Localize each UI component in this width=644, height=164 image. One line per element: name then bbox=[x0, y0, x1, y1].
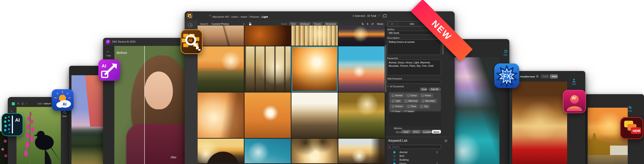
keyword-search-input[interactable] bbox=[392, 145, 439, 149]
sort-icon[interactable]: ⇅ bbox=[361, 22, 364, 26]
edit-person-icon[interactable] bbox=[572, 78, 576, 82]
grid-photo-r2c4[interactable] bbox=[338, 46, 384, 92]
right-tool-rail: View bbox=[61, 107, 69, 164]
keyword-search-box bbox=[387, 145, 441, 149]
grid-photo-r4c1[interactable] bbox=[198, 139, 244, 163]
grid-photo-r4c2[interactable] bbox=[244, 139, 291, 163]
keyword-selected-dot[interactable] bbox=[393, 151, 396, 153]
grid-photo-r3c2[interactable] bbox=[244, 93, 291, 138]
keyword-dot[interactable] bbox=[393, 155, 396, 157]
grid-photo-r3c1[interactable] bbox=[198, 93, 244, 138]
grid-photo-r2c3-selected[interactable] bbox=[292, 46, 338, 92]
caret-down-icon[interactable]: ∨ bbox=[243, 23, 245, 25]
keyword-dot[interactable] bbox=[393, 159, 396, 161]
ai-chip[interactable]: ↑Animal bbox=[390, 94, 404, 98]
unlock-icon[interactable] bbox=[249, 22, 252, 26]
source-dropdown[interactable]: Current Photos bbox=[212, 23, 229, 25]
delete-button[interactable]: Delete bbox=[541, 74, 549, 78]
grid-photo-r2c2[interactable] bbox=[244, 46, 291, 92]
undo-icon[interactable]: ↺ bbox=[371, 22, 374, 26]
sky-swap-ai-icon[interactable]: AI bbox=[52, 89, 74, 111]
add-keyword-field[interactable] bbox=[387, 80, 441, 84]
breadcrumb-segment[interactable]: Users bbox=[231, 15, 238, 18]
cliff-photo[interactable] bbox=[454, 57, 500, 164]
show-iptc-button[interactable]: IPTC bbox=[412, 130, 421, 133]
description-field[interactable]: Riding horses at sunset bbox=[387, 39, 441, 55]
gear-icon[interactable] bbox=[536, 75, 539, 78]
svg-text:AI: AI bbox=[102, 63, 106, 68]
grid-photo-r2c1[interactable] bbox=[198, 46, 244, 92]
keyword-list-row[interactable]: Bird bbox=[387, 154, 441, 158]
bird-photo[interactable] bbox=[16, 107, 61, 164]
grid-photo-r4c4[interactable] bbox=[338, 139, 384, 163]
grid-photo-r3c4[interactable] bbox=[338, 93, 384, 138]
sort-dropdown[interactable]: None bbox=[377, 23, 383, 25]
keyword-list-title: Keyword List bbox=[388, 139, 407, 142]
next-photo-chevron-icon[interactable]: › bbox=[378, 14, 380, 17]
effects-fx-icon[interactable]: FX bbox=[494, 63, 519, 88]
portrait-ai-icon[interactable]: AI bbox=[563, 90, 586, 113]
ai-chip[interactable]: ↑Person bbox=[390, 104, 405, 108]
mask-tool-icon[interactable]: ☰ bbox=[22, 102, 24, 105]
enhance-sparkle-icon[interactable]: ✦ bbox=[366, 22, 369, 26]
keywords-field[interactable]: Animal, Grass, Horse, Light, Mammal, Mou… bbox=[387, 60, 441, 75]
ai-chip[interactable]: ↑Sky bbox=[419, 104, 430, 108]
ai-chip[interactable]: ↑Grass bbox=[405, 94, 419, 98]
show-label: Show bbox=[396, 131, 402, 133]
show-location-button[interactable]: Location bbox=[422, 130, 431, 133]
edit-merge-icon[interactable] bbox=[629, 106, 632, 109]
keyword-selected-dot[interactable] bbox=[393, 162, 396, 164]
ai-chip[interactable]: ↑Mammal bbox=[403, 99, 419, 103]
search-label: Search bbox=[200, 23, 208, 25]
breadcrumb[interactable]: Macintosh HD|Users|home|Pictures|Light bbox=[212, 15, 268, 19]
edit-starburst-icon[interactable] bbox=[504, 50, 508, 53]
ai-chip[interactable]: ↑Plant bbox=[406, 104, 418, 108]
back-chevron-icon[interactable]: ‹ bbox=[210, 14, 210, 17]
grid-photo-r1c2[interactable] bbox=[244, 26, 291, 46]
keyword-list-row[interactable]: Animal1 bbox=[387, 150, 441, 154]
ai-chip[interactable]: ↑Light bbox=[390, 99, 402, 103]
before-after-divider[interactable] bbox=[144, 46, 145, 164]
refine-tool-icon[interactable]: ⌁ bbox=[26, 102, 27, 105]
breadcrumb-segment[interactable]: Macintosh HD bbox=[212, 15, 229, 18]
grid-photo-r1c1[interactable] bbox=[198, 26, 244, 46]
ai-chip[interactable]: ↑Horse bbox=[420, 94, 433, 98]
woman-red-photo[interactable] bbox=[512, 82, 567, 164]
show-exif-button[interactable]: EXIF bbox=[401, 130, 411, 133]
hdr-icon[interactable]: HDR bbox=[620, 117, 643, 139]
app-mini-icon[interactable] bbox=[12, 102, 15, 105]
add-folder-button[interactable]: + bbox=[188, 23, 192, 27]
window-title: ON1 Resize AI 2023 bbox=[112, 40, 136, 43]
grid-scrollbar-thumb[interactable] bbox=[385, 45, 386, 92]
style-value[interactable]: Default* bbox=[44, 103, 51, 105]
grid-photo-r1c4[interactable] bbox=[338, 26, 384, 46]
keyword-list-row[interactable]: Building bbox=[387, 158, 441, 162]
nonoise-ai-icon[interactable]: AI bbox=[2, 113, 23, 136]
info-panel: Info Author Will Santt Description Ridin… bbox=[387, 21, 450, 164]
gear-icon[interactable] bbox=[444, 139, 448, 142]
keywords-label: Keywords bbox=[387, 57, 398, 60]
resize-ai-icon[interactable]: AI bbox=[98, 59, 120, 81]
grid-photo-r3c3[interactable] bbox=[292, 93, 338, 138]
grid-photo-r1c3[interactable] bbox=[292, 26, 338, 46]
ai-chip[interactable]: ↑Mountain bbox=[420, 99, 437, 103]
keyword-list-row[interactable]: Grass1 bbox=[387, 162, 441, 164]
show-none-button[interactable]: None bbox=[432, 130, 441, 133]
panel-divider bbox=[386, 137, 449, 137]
add-all-button[interactable]: Add All bbox=[428, 88, 441, 91]
scan-button[interactable]: Scan bbox=[420, 88, 427, 91]
crop-tool-icon[interactable]: ⌗ bbox=[107, 50, 109, 54]
folder-plus-icon[interactable] bbox=[383, 14, 386, 17]
ai-keywords-caret-icon[interactable]: ∨ bbox=[387, 85, 388, 87]
breadcrumb-segment[interactable]: home bbox=[241, 15, 247, 18]
grid-photo-r4c3[interactable] bbox=[292, 139, 338, 163]
keyword-ai-icon[interactable]: AI bbox=[181, 29, 202, 54]
prev-photo-chevron-icon[interactable]: ‹ bbox=[375, 14, 376, 17]
mountain-photo[interactable] bbox=[72, 75, 104, 164]
breadcrumb-segment[interactable]: Pictures bbox=[250, 15, 259, 18]
view-magnifier-icon[interactable] bbox=[63, 111, 66, 114]
done-button[interactable]: Done bbox=[550, 74, 558, 78]
crop-tool-icon[interactable]: ⌗ bbox=[11, 110, 12, 113]
pencil-tool-icon[interactable]: ✎ bbox=[17, 102, 19, 105]
filter-none[interactable]: None bbox=[281, 23, 287, 25]
